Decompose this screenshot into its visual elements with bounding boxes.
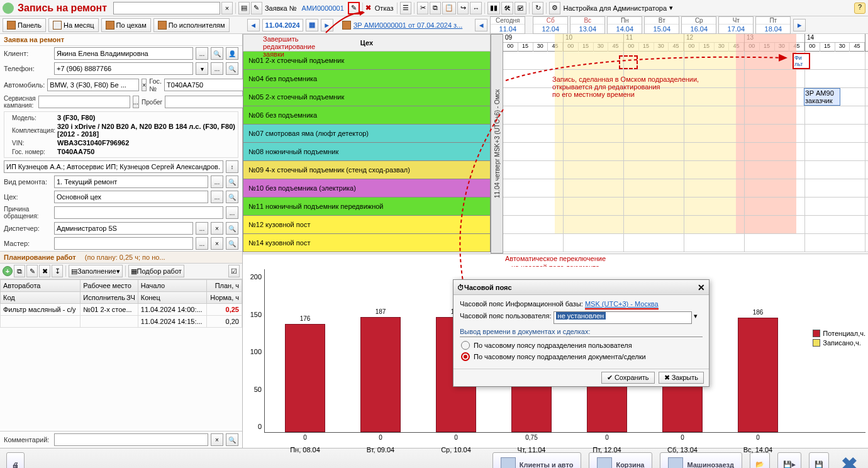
workshop-row[interactable]: №14 кузовной пост [243,234,491,252]
workshop-row[interactable]: №10 без подъемника (электрика) [243,179,491,198]
del-work[interactable]: ✖ [39,265,50,277]
date-cal[interactable]: ▦ [306,19,318,31]
client-person[interactable]: 👤 [226,47,238,60]
day-cell[interactable]: Чт17.04 [718,16,754,34]
edit-icon[interactable]: ✎ [251,2,262,14]
comment-clear[interactable]: × [211,433,223,446]
fill-button[interactable]: ▤ Заполнение ▾ [69,265,123,277]
comment-input[interactable] [54,433,208,446]
phone-drop[interactable]: ▾ [196,62,208,75]
tz-option-document[interactable]: По часовому поясу подразделения документ… [461,352,701,361]
paste-icon[interactable]: 📋 [442,2,456,14]
tz-option-user[interactable]: По часовому поясу подразделения пользова… [461,341,701,350]
client-input[interactable] [54,47,193,60]
request-dropdown[interactable] [113,2,220,14]
main-date[interactable]: 11.04.2024 [262,19,303,31]
dialog-close[interactable]: ✕ [698,282,705,292]
appointment-block[interactable]: ЗР АМ90заказчик [804,88,840,106]
disp-input[interactable] [54,222,193,235]
col-code[interactable]: Код [1,292,81,304]
performers-button[interactable]: По исполнителям [153,18,230,32]
day-cell[interactable]: Вс13.04 [570,16,605,34]
save-close-button[interactable]: 💾 [809,452,829,469]
close-button[interactable]: ✖ [837,452,862,469]
day-cell[interactable]: Вт15.04 [644,16,679,34]
check-icon[interactable]: 🗹 [515,2,526,14]
workshop-row[interactable]: №09 4-х стоечный подъемник (стенд сход-р… [243,161,491,179]
cart-button[interactable]: Корзина [589,452,652,469]
doc-link[interactable]: ЗР АМИ0000001 от 07.04.2024 з... [353,21,463,29]
table-row[interactable]: Фильтр масляный - с/у№01 2-х стое...11.0… [1,304,242,316]
phone-pick[interactable]: ... [211,62,223,75]
client-pick[interactable]: ... [196,47,208,60]
col-plan[interactable]: План, ч [207,280,242,292]
sched-grid[interactable]: 0900153045100015304511001530451200153045… [503,34,868,254]
workshop-row[interactable]: №12 кузовной пост [243,216,491,234]
admin-settings-button[interactable]: Настройка для Администратора [563,4,667,12]
gear-icon[interactable]: ⚙ [549,2,560,14]
phone-open[interactable]: 🔍 [226,62,238,75]
week-next[interactable]: ► [793,19,806,31]
day-cell[interactable]: Пт18.04 [755,16,791,34]
save-button[interactable]: 💾▸ [777,452,801,469]
dialog-titlebar[interactable]: ⏱ Часовой пояс✕ [453,280,709,295]
day-cell[interactable]: Сб12.04 [533,16,568,34]
clients-button[interactable]: Клиенты и авто [492,452,582,469]
chart-icon[interactable]: ▮▮ [487,2,500,14]
edit-work[interactable]: ✎ [26,265,38,277]
phone-input[interactable] [54,62,193,75]
day-cell[interactable]: Пн14.04 [607,16,642,34]
add-work-button[interactable]: + [3,266,13,276]
card-icon[interactable]: ▤ [238,2,250,14]
col-job[interactable]: Авторабота [1,280,81,292]
day-cell[interactable]: Ср16.04 [681,16,716,34]
finish-edit-button[interactable]: ✎ [348,2,360,14]
down-work[interactable]: ↧ [52,265,63,277]
dialog-close-button[interactable]: ✖ Закрыть [659,372,704,384]
help-button[interactable]: ? [854,3,865,14]
copy-work[interactable]: ⧉ [14,265,25,277]
org-input[interactable] [4,160,223,173]
dropdown-clear[interactable]: × [221,2,233,14]
today-cell[interactable]: Сегодня11.04 [490,16,525,34]
refuse-button[interactable]: Отказ [375,4,394,12]
workshop-row[interactable]: №11 ножничный подъемник передвижной [243,198,491,216]
shop-input[interactable] [54,191,208,203]
col-place[interactable]: Рабочее место [81,280,138,292]
filter-box[interactable]: Фи льт [793,53,810,69]
tz-base-value[interactable]: MSK (UTC+3) - Москва [585,300,659,309]
drive-button[interactable]: Машинозаезд [660,452,742,469]
move-icon[interactable]: ↪ [457,2,469,14]
camp-input[interactable] [38,96,130,108]
col-end[interactable]: Конец [138,292,206,304]
cut-icon[interactable]: ✂ [417,2,428,14]
date-next[interactable]: ► [321,19,333,31]
workshop-row[interactable]: №08 ножничный подъемник [243,143,491,161]
car-input[interactable] [47,79,139,91]
refresh-icon[interactable]: ↻ [532,2,543,14]
col-norm[interactable]: Норма, ч [207,292,242,304]
reason-input[interactable] [54,206,223,219]
rtype-input[interactable] [54,176,208,188]
comment-open[interactable]: 🔍 [226,433,238,446]
dialog-save-button[interactable]: ✔ Сохранить [601,372,655,384]
table-row[interactable]: 11.04.2024 14:15:...0,20 [1,316,242,328]
copy-icon[interactable]: ⧉ [430,2,441,14]
request-number[interactable]: АМИ0000001 [302,4,344,12]
client-open[interactable]: 🔍 [211,47,223,60]
panel-button[interactable]: Панель [3,18,46,32]
check-works[interactable]: ☑ [228,265,240,277]
master-input[interactable] [54,237,193,250]
date-prev[interactable]: ◄ [247,19,260,31]
tz-user-select[interactable]: не установлен [554,311,692,324]
list-icon[interactable]: ☰ [400,2,411,14]
print-button[interactable]: 🖨 [6,452,25,469]
week-prev[interactable]: ◄ [475,19,487,31]
select-works-button[interactable]: ▦ Подбор работ [128,265,184,277]
month-button[interactable]: На месяц [48,18,99,32]
workshop-row[interactable]: №04 без подъемника [243,70,491,88]
workshop-row[interactable]: №05 2-х стоечный подъемник [243,88,491,106]
col-start[interactable]: Начало [138,280,206,292]
tools-icon[interactable]: 🛠 [501,2,513,14]
workshop-row[interactable]: №07 смотровая яма (люфт детектор) [243,125,491,143]
